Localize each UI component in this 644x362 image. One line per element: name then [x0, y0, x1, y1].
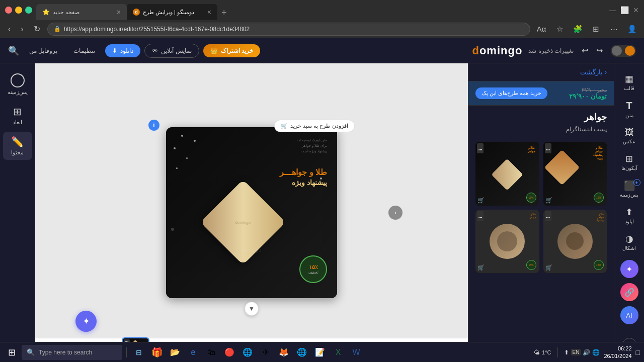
url-text: https://app.domingo.ir/editor/2551555f-f… [64, 26, 250, 33]
bookmark-icon[interactable]: ☆ [552, 22, 567, 36]
template-text-3: طلا وجواهر [530, 213, 536, 219]
firefox-icon: 🦊 [279, 347, 289, 357]
win-max-btn[interactable] [25, 7, 32, 14]
browser-tab-new[interactable]: ⭐ صفحه جدید × [36, 4, 127, 20]
back-button[interactable]: ‹ [5, 23, 14, 36]
panel-back-button[interactable]: بازگشت › [468, 63, 614, 81]
next-arrow-button[interactable]: › [388, 206, 403, 220]
tab-close-new[interactable]: × [117, 8, 121, 16]
tool-background[interactable]: پس‌زمینه [3, 69, 32, 100]
header-search-button[interactable]: 🔍 [8, 45, 19, 56]
notification-button[interactable]: □ [636, 348, 640, 356]
buy-all-button[interactable]: خرید همه طرح‌های این پک [475, 87, 547, 99]
taskbar-icon-word[interactable]: W [348, 344, 364, 360]
taskbar-icon-browser2[interactable]: 🌐 [294, 344, 310, 360]
template-cart-2[interactable]: 🛒 [545, 197, 552, 204]
win-min-btn[interactable] [15, 7, 22, 14]
profile-icon[interactable]: 👤 [625, 22, 639, 36]
taskbar-icon-excel[interactable]: X [330, 344, 346, 360]
extension-icon[interactable]: 🧩 [571, 22, 585, 36]
redo-button[interactable]: ↪ [594, 44, 605, 57]
taskbar-icon-chrome[interactable]: 🌐 [239, 344, 256, 360]
add-to-cart-button[interactable]: 🛒 افزودن طرح به سبد خرید [274, 120, 355, 132]
logo: domingo [472, 44, 522, 57]
undo-button[interactable]: ↩ [580, 44, 590, 57]
system-clock[interactable]: 06:22 26/01/2024 [604, 345, 631, 359]
subscribe-button[interactable]: 👑 خرید اشتراک [203, 44, 260, 57]
magic-button[interactable]: ✦ [75, 311, 97, 332]
task-view-icon: ⊟ [136, 348, 142, 356]
tool-upload[interactable]: ⬆ آپلود [616, 203, 642, 228]
new-tab-button[interactable]: + [217, 6, 231, 20]
taskbar-icon-task-view[interactable]: ⊟ [131, 344, 147, 360]
minimize-icon[interactable]: — [609, 6, 616, 14]
template-badge-1: 15% [526, 193, 536, 203]
image-icon: 🖼 [625, 127, 634, 138]
tool-template[interactable]: ▦ قالب [616, 69, 642, 95]
tray-up-icon[interactable]: ⬆ [564, 349, 569, 356]
tray-network-icon[interactable]: 🌐 [592, 349, 600, 356]
store-icon: 🛍 [207, 348, 215, 357]
maximize-icon[interactable]: ⬜ [620, 6, 629, 14]
canvas-design: متن کوچک توضیحاتبرای طلا و جواهرپیشنهاد … [166, 127, 337, 298]
tab-icon-new: ⭐ [42, 9, 50, 16]
tray-volume-icon[interactable]: 🔊 [583, 349, 590, 356]
tool-shapes[interactable]: ◑ اشکال [616, 229, 642, 255]
start-button[interactable]: ⊞ [4, 345, 20, 360]
taskbar-icon-store[interactable]: 🛍 [203, 344, 219, 360]
download-button[interactable]: ⬇ دانلود [105, 44, 140, 57]
design-background: متن کوچک توضیحاتبرای طلا و جواهرپیشنهاد … [166, 127, 337, 298]
settings-button[interactable]: تنظیمات [67, 44, 101, 57]
file-explorer-icon: 📂 [170, 347, 180, 357]
system-tray: 🌤 1°C [534, 349, 551, 356]
tool-text[interactable]: T متن [616, 96, 642, 122]
template-card-3[interactable]: 15% ••• طلا وجواهر 🛒 [475, 210, 539, 274]
save-status: تغییرات ذخیره شد [528, 47, 574, 54]
ai-button-2[interactable]: 🔗 [620, 283, 638, 301]
taskbar-search[interactable]: 🔍 Type here to search [22, 345, 122, 360]
taskbar-icon-telegram[interactable]: ✈ [258, 344, 274, 360]
sys-tray-icons: ⬆ EN 🔊 🌐 [564, 349, 600, 356]
taskbar-icon-edge[interactable]: e [185, 344, 201, 360]
template-card-4[interactable]: 15% ••• طلا وجواهرپیشنهاد 🛒 [543, 210, 607, 274]
close-window-icon[interactable]: ✕ [633, 6, 639, 14]
template-card-1[interactable]: طلا وجواهر 15% ••• 🛒 [475, 142, 539, 206]
theme-toggle[interactable] [611, 45, 636, 57]
ai-button-1[interactable]: ✦ [620, 260, 638, 278]
dimensions-icon: ⊞ [13, 106, 22, 118]
shapes-icon: ◑ [625, 233, 633, 244]
profile-button[interactable]: پروفایل من [23, 44, 63, 57]
refresh-button[interactable]: ↻ [31, 22, 43, 36]
tool-dimensions[interactable]: ⊞ ابعاد [3, 102, 32, 130]
preview-button[interactable]: 👁 نمایش آنلاین [144, 44, 199, 58]
tool-content[interactable]: ✏️ محتوا [3, 132, 32, 160]
browser-more-icon[interactable]: ⋯ [607, 22, 621, 36]
header-left: domingo تغییرات ذخیره شد ↩ ↪ [472, 44, 636, 57]
tool-image[interactable]: 🖼 عکس [616, 123, 642, 148]
tool-bg[interactable]: ⬛ + پس‌زمینه [616, 176, 642, 202]
text-icon: T [626, 100, 632, 112]
translate-icon[interactable]: Aα [534, 22, 548, 36]
taskbar-icon-firefox[interactable]: 🦊 [276, 344, 292, 360]
ai-button-3[interactable]: AI [620, 306, 638, 324]
toggle-knob [612, 46, 622, 56]
taskbar-icon-file-explorer[interactable]: 📂 [167, 344, 183, 360]
template-cart-4[interactable]: 🛒 [545, 264, 552, 271]
tab-close-active[interactable]: × [207, 8, 211, 16]
taskbar-icon-gifts[interactable]: 🎁 [149, 344, 165, 360]
template-card-2[interactable]: طلا وجواهرپیشنهادویژه 15% ••• 🛒 [543, 142, 607, 206]
red-app-icon: 🔴 [224, 347, 234, 357]
url-bar[interactable]: 🔒 https://app.domingo.ir/editor/2551555f… [47, 23, 530, 36]
taskbar-icon-notes[interactable]: 📝 [312, 344, 328, 360]
scroll-down-button[interactable]: ▼ [245, 302, 259, 316]
forward-button[interactable]: › [18, 23, 26, 36]
browser-tab-active[interactable]: d دومینگو | ویرایش طرح × [127, 4, 217, 20]
win-close-btn[interactable] [5, 7, 12, 14]
info-button[interactable]: i [148, 120, 159, 131]
template-cart-3[interactable]: 🛒 [477, 264, 485, 271]
collections-icon[interactable]: ⊞ [589, 22, 603, 36]
template-cart-1[interactable]: 🛒 [477, 197, 485, 204]
dot-4 [186, 157, 188, 159]
tool-icons[interactable]: ⊞ آیکون‌ها [616, 149, 642, 175]
taskbar-icon-red-app[interactable]: 🔴 [221, 344, 237, 360]
